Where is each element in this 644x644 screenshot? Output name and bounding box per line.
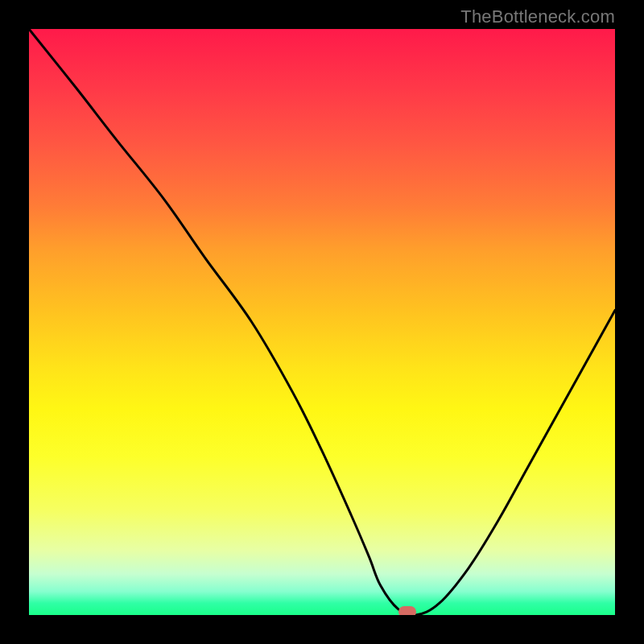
chart-container: TheBottleneck.com xyxy=(0,0,644,644)
marker-point xyxy=(398,606,416,615)
bottleneck-curve xyxy=(29,29,615,615)
watermark-text: TheBottleneck.com xyxy=(460,6,615,27)
plot-area xyxy=(29,29,615,615)
curve-svg xyxy=(29,29,615,615)
